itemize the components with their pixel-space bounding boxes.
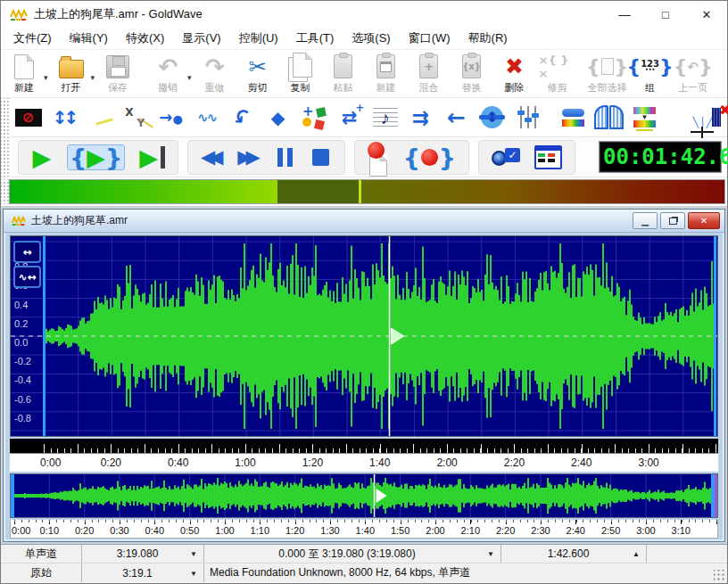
transport-fast-forward-button[interactable]: ▶▶	[237, 143, 260, 171]
toolbar-grip[interactable]	[1, 98, 9, 136]
menu-window[interactable]: 窗口(W)	[400, 30, 459, 46]
menu-options[interactable]: 选项(S)	[343, 30, 399, 46]
effect-button-mute[interactable]: ⊘	[12, 101, 45, 134]
zoom-horizontal-button[interactable]: ↔	[13, 241, 41, 263]
effect-button-invert[interactable]: ↶	[226, 101, 259, 134]
overview-ruler-label: 1:00	[215, 525, 234, 536]
toolbar-button-undo[interactable]: ↶撤销	[146, 53, 189, 95]
toolbar-button-copy[interactable]: 复制	[279, 53, 322, 95]
toolbar-button-paste[interactable]: 粘贴	[322, 53, 365, 95]
effect-button-noise-gate[interactable]	[592, 101, 625, 134]
toolbar-button-new[interactable]: 新建	[3, 53, 46, 95]
status-position-selector[interactable]: 1:42.600 ▲	[501, 545, 647, 563]
effect-button-click-repair[interactable]: ╲│╱	[674, 101, 707, 134]
overview-time-ruler[interactable]: 0:000:100:200:300:400:501:001:101:201:30…	[10, 520, 718, 539]
menu-file[interactable]: 文件(Z)	[4, 30, 61, 46]
status-length-selector[interactable]: 3:19.080 ▼	[82, 545, 204, 563]
sound-window-title: 土坡上的狗尾草.amr	[31, 213, 128, 228]
menu-effect[interactable]: 特效(X)	[117, 30, 173, 46]
toolbar-grip[interactable]	[1, 179, 9, 204]
toolbar-button-open[interactable]: 打开	[50, 53, 93, 95]
child-close-button[interactable]: ✕	[688, 212, 720, 229]
transport-play-to-end-button[interactable]: ▶	[139, 143, 165, 171]
effect-button-doppler[interactable]: ↕↕	[47, 101, 80, 134]
new-dropdown-caret[interactable]: ▾	[44, 73, 48, 82]
transport-rewind-button[interactable]: ◀◀	[201, 143, 223, 171]
transport-pause-button[interactable]	[275, 143, 296, 171]
time-ruler[interactable]: 0:000:200:401:001:201:402:002:202:403:00	[10, 439, 718, 472]
effect-button-mix-paste[interactable]: ⇄+	[333, 101, 366, 134]
effect-button-pitch[interactable]: ♪	[368, 101, 401, 134]
overview-waveform[interactable]	[10, 473, 718, 518]
close-button[interactable]: ✕	[686, 1, 727, 28]
toolbar-button-zoom-all[interactable]: ×所有	[722, 53, 728, 95]
transport-group: {}	[354, 140, 469, 175]
status-selection-selector[interactable]: 0.000 至 3:19.080 (3:19.080) ▼	[204, 545, 501, 563]
toolbar-button-previous[interactable]: {↶}上一页	[672, 53, 715, 95]
transport-record-new-button[interactable]	[368, 143, 389, 171]
transport-stop-button[interactable]	[310, 143, 332, 171]
transport-control-properties-button[interactable]	[534, 143, 562, 171]
transport-record-selection-button[interactable]: {}	[403, 143, 456, 171]
menu-edit[interactable]: 编辑(Y)	[61, 30, 117, 46]
effect-button-interpolate[interactable]: +	[297, 101, 330, 134]
effect-button-offset[interactable]: →●	[154, 101, 187, 134]
status-row-1: 单声道 3:19.080 ▼ 0.000 至 3:19.080 (3:19.08…	[1, 545, 727, 563]
sound-window-content: ↔∿↔ 1.00.80.60.40.20.0-0.2-0.4-0.6-0.8 0…	[4, 233, 724, 541]
effect-button-dynamics[interactable]	[83, 101, 116, 134]
ruler-label: 0:00	[40, 457, 61, 469]
toolbar-grip[interactable]	[1, 137, 9, 177]
zoom-selection-button[interactable]: ∿↔	[13, 266, 41, 288]
menu-help[interactable]: 帮助(R)	[459, 30, 517, 46]
sound-window-title-bar[interactable]: 土坡上的狗尾草.amr ▁ ✕	[4, 210, 724, 233]
overview-ruler-label: 3:00	[636, 525, 655, 536]
menu-control[interactable]: 控制(U)	[230, 30, 287, 46]
toolbar-button-paste-new[interactable]: 新建	[365, 53, 408, 95]
menu-view[interactable]: 显示(V)	[173, 30, 229, 46]
window-title: 土坡上的狗尾草.amr - GoldWave	[34, 6, 203, 22]
toolbar-button-mix[interactable]: +混合	[408, 53, 451, 95]
effect-button-filter[interactable]	[557, 101, 590, 134]
undo-dropdown-caret[interactable]: ▾	[187, 73, 192, 82]
transport-monitor-input-button[interactable]: ✓	[492, 143, 520, 171]
child-restore-button[interactable]	[660, 212, 685, 229]
toolbar-button-set[interactable]: {123∙∙∙}组	[629, 53, 672, 95]
toolbar-label-delete: 删除	[505, 81, 525, 95]
waveform-view[interactable]: ↔∿↔ 1.00.80.60.40.20.0-0.2-0.4-0.6-0.8	[10, 235, 718, 437]
effect-button-noise-reduction[interactable]: ✖	[709, 101, 728, 134]
minimize-button[interactable]: —	[604, 1, 645, 28]
child-minimize-button[interactable]: ▁	[633, 212, 658, 229]
effect-button-playback-rate[interactable]: ⇉	[404, 101, 437, 134]
toolbar-button-trim[interactable]: ×{ }×修剪	[536, 53, 579, 95]
effect-button-volume[interactable]: ↕	[476, 101, 509, 134]
open-dropdown-caret[interactable]: ▾	[91, 73, 95, 82]
effect-button-equalizer[interactable]	[511, 101, 544, 134]
status-length2-selector[interactable]: 3:19.1 ▼	[82, 563, 204, 582]
toolbar-button-replace[interactable]: {x}替换	[451, 53, 493, 95]
play-to-end-icon: ▶	[139, 145, 165, 169]
overview-ruler-label: 2:50	[601, 525, 620, 536]
fast-forward-icon: ▶▶	[237, 148, 260, 167]
select-all-icon: {}	[586, 53, 628, 79]
rewind-icon: ◀◀	[201, 148, 223, 167]
toolbar-button-cut[interactable]: ✂剪切	[236, 53, 279, 95]
filter-icon	[562, 109, 584, 127]
effect-button-spectrum-filter[interactable]: ▼	[628, 101, 661, 134]
effect-button-reverse[interactable]: ←	[440, 101, 473, 134]
effect-button-echo[interactable]: ◆	[261, 101, 294, 134]
resize-grip[interactable]	[714, 570, 725, 581]
delete-icon: ✖	[505, 53, 524, 79]
toolbar-button-redo[interactable]: ↷重做	[194, 53, 236, 95]
overview-ruler-label: 1:30	[320, 525, 339, 536]
transport-play-selection-button[interactable]: {▶}	[67, 143, 125, 171]
ruler-label: 1:20	[302, 457, 323, 469]
effect-button-flanger[interactable]: ∿∿	[190, 101, 223, 134]
effect-button-expression-evaluator[interactable]: YX	[119, 101, 152, 134]
menu-tool[interactable]: 工具(T)	[287, 30, 343, 46]
transport-play-button[interactable]: ▶	[31, 143, 53, 171]
toolbar-button-delete[interactable]: ✖删除	[493, 53, 536, 95]
toolbar-button-select-all[interactable]: {}全部选择	[586, 53, 629, 95]
maximize-button[interactable]: □	[645, 1, 686, 28]
toolbar-label-save: 保存	[108, 81, 128, 95]
toolbar-button-save[interactable]: 保存	[96, 53, 139, 95]
